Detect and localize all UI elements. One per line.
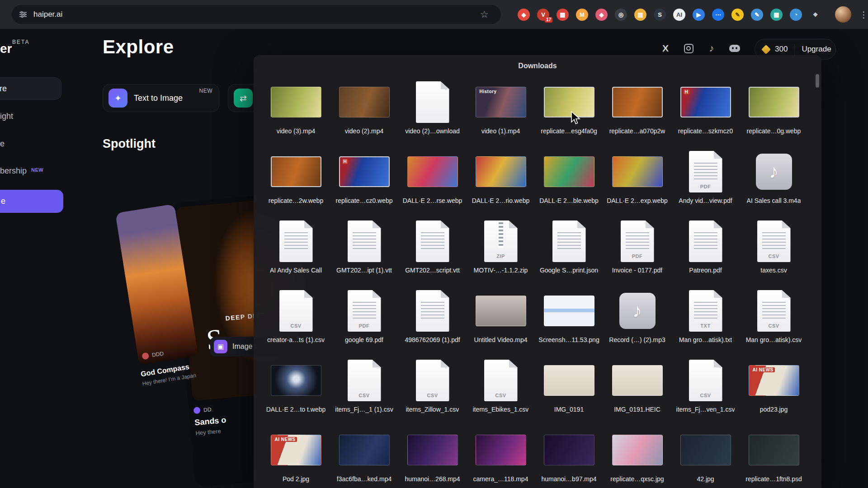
file-thumbnail bbox=[476, 435, 526, 465]
sidebar-item-explore[interactable]: re bbox=[0, 77, 61, 100]
dialog-scrollbar[interactable] bbox=[816, 74, 819, 88]
file-item[interactable]: replicate…0g.webp bbox=[740, 77, 808, 146]
file-item[interactable]: replicate…qxsc.jpg bbox=[603, 425, 671, 488]
file-item[interactable]: CSVitems_Zillow_1.csv bbox=[398, 355, 467, 425]
file-item[interactable]: 42.jpg bbox=[671, 425, 740, 488]
file-item[interactable]: CSVitems_Fj…ven_1.csv bbox=[671, 355, 740, 425]
extension-icon-13[interactable]: ✎ bbox=[751, 9, 763, 21]
file-item[interactable]: video (2).mp4 bbox=[330, 77, 398, 146]
instagram-icon[interactable] bbox=[683, 43, 694, 54]
extension-icon-1[interactable]: ◈ bbox=[518, 9, 530, 21]
file-item[interactable]: DALL·E 2…to t.webp bbox=[262, 355, 330, 425]
file-item[interactable]: AI NEWSPod 2.jpg bbox=[262, 425, 330, 488]
sidebar-create-button[interactable]: e bbox=[0, 190, 63, 213]
file-item[interactable]: Patreon.pdf bbox=[671, 216, 740, 286]
file-item[interactable]: replicate…esg4fa0g bbox=[535, 77, 603, 146]
file-item[interactable]: CSVMan gro…atisk).csv bbox=[740, 286, 808, 355]
file-thumbnail bbox=[271, 156, 321, 187]
file-item[interactable]: PDFInvoice - 0177.pdf bbox=[603, 216, 671, 286]
upgrade-button[interactable]: Upgrade bbox=[802, 45, 831, 54]
site-settings-icon[interactable] bbox=[19, 10, 27, 19]
image-feature-icon: ⇄ bbox=[234, 89, 253, 108]
divider bbox=[794, 44, 795, 55]
file-item[interactable]: IMG_0191 bbox=[535, 355, 603, 425]
music-note-icon: ♪ bbox=[632, 300, 642, 322]
file-item[interactable]: AI NEWSpod23.jpg bbox=[740, 355, 808, 425]
file-thumbnail bbox=[544, 87, 594, 117]
extension-icon-11[interactable]: ⋯ bbox=[712, 9, 724, 21]
file-item[interactable]: Hreplicate…szkmcz0 bbox=[671, 77, 740, 146]
extension-icon-2[interactable]: V17 bbox=[537, 9, 549, 21]
file-thumbnail: H bbox=[339, 156, 390, 187]
file-item[interactable]: ♪AI Sales call 3.m4a bbox=[740, 146, 808, 216]
sidebar-item-3[interactable]: e bbox=[0, 139, 5, 149]
sidebar-item-membership[interactable]: bershipNEW bbox=[0, 166, 43, 176]
bookmark-star-icon[interactable]: ☆ bbox=[480, 9, 489, 20]
file-item[interactable]: Screensh…11.53.png bbox=[535, 286, 603, 355]
file-item[interactable]: replicate…2w.webp bbox=[262, 146, 330, 216]
sidebar-item-spotlight[interactable]: ight bbox=[0, 112, 13, 121]
file-item[interactable]: Historyvideo (1).mp4 bbox=[467, 77, 535, 146]
file-item[interactable]: CSVitems_Fj…_1 (1).csv bbox=[330, 355, 398, 425]
extension-icon-7[interactable]: ▥ bbox=[634, 9, 646, 21]
file-item[interactable]: ZIPMOTIV-…-1.1.2.zip bbox=[467, 216, 535, 286]
extension-icon-12[interactable]: ✎ bbox=[731, 9, 744, 21]
file-item[interactable]: replicate…a070p2w bbox=[603, 77, 671, 146]
file-item[interactable]: PDFAndy vid…view.pdf bbox=[671, 146, 740, 216]
url-text: haiper.ai bbox=[33, 10, 62, 19]
extension-icon-8[interactable]: S bbox=[654, 9, 666, 21]
file-item[interactable]: CSVtaxes.csv bbox=[740, 216, 808, 286]
tiktok-icon[interactable]: ♪ bbox=[706, 43, 717, 54]
file-name: GMT202…script.vtt bbox=[405, 267, 460, 274]
file-type-badge: CSV bbox=[689, 393, 722, 398]
file-item[interactable]: video (2)…ownload bbox=[398, 77, 467, 146]
x-twitter-icon[interactable]: X bbox=[660, 43, 671, 54]
file-item[interactable]: GMT202…script.vtt bbox=[398, 216, 467, 286]
extension-icon-16[interactable]: ❖ bbox=[809, 9, 821, 21]
extension-icon-5[interactable]: ◆ bbox=[595, 9, 608, 21]
file-name: AI Sales call 3.m4a bbox=[747, 197, 801, 204]
discord-icon[interactable] bbox=[729, 43, 740, 54]
file-item[interactable]: 4986762069 (1).pdf bbox=[398, 286, 467, 355]
file-item[interactable]: video (3).mp4 bbox=[262, 77, 330, 146]
extension-icon-15[interactable]: ◔ bbox=[790, 9, 802, 21]
file-item[interactable]: replicate…1ftn8.psd bbox=[740, 425, 808, 488]
extension-icon-9[interactable]: AI bbox=[673, 9, 685, 21]
document-icon bbox=[416, 290, 449, 332]
file-item[interactable]: DALL·E 2…ble.webp bbox=[535, 146, 603, 216]
file-item[interactable]: DALL·E 2…exp.webp bbox=[603, 146, 671, 216]
file-item[interactable]: CSVcreator-a…ts (1).csv bbox=[262, 286, 330, 355]
file-type-badge: CSV bbox=[484, 393, 518, 398]
file-item[interactable]: CSVitems_Ebikes_1.csv bbox=[467, 355, 535, 425]
file-item[interactable]: humanoi…b97.mp4 bbox=[535, 425, 603, 488]
file-item[interactable]: camera_…118.mp4 bbox=[467, 425, 535, 488]
extension-icon-10[interactable]: ▶ bbox=[693, 9, 705, 21]
extension-icon-14[interactable]: ▦ bbox=[770, 9, 783, 21]
file-item[interactable]: DALL·E 2…rse.webp bbox=[398, 146, 467, 216]
file-name: DALL·E 2…to t.webp bbox=[266, 406, 326, 413]
file-item[interactable]: Untitled Video.mp4 bbox=[467, 286, 535, 355]
file-item[interactable]: IMG_0191.HEIC bbox=[603, 355, 671, 425]
extension-icon-6[interactable]: ◎ bbox=[615, 9, 627, 21]
file-type-badge: TXT bbox=[689, 323, 722, 328]
file-item[interactable]: DALL·E 2…rio.webp bbox=[467, 146, 535, 216]
file-item[interactable]: f3ac6fba…ked.mp4 bbox=[330, 425, 398, 488]
file-item[interactable]: Google S…print.json bbox=[535, 216, 603, 286]
mouse-cursor bbox=[571, 111, 581, 127]
document-icon: ZIP bbox=[484, 221, 518, 262]
file-item[interactable]: ♪Record (…) (2).mp3 bbox=[603, 286, 671, 355]
document-icon: PDF bbox=[689, 151, 722, 192]
browser-menu-kebab-icon[interactable]: ⋮ bbox=[859, 9, 868, 20]
file-item[interactable]: TXTMan gro…atisk).txt bbox=[671, 286, 740, 355]
text-to-image-button[interactable]: ✦ Text to Image NEW bbox=[103, 84, 219, 112]
file-item[interactable]: AI Andy Sales Call bbox=[262, 216, 330, 286]
file-item[interactable]: Hreplicate…cz0.webp bbox=[330, 146, 398, 216]
profile-avatar[interactable] bbox=[835, 6, 851, 23]
file-item[interactable]: PDFgoogle 69.pdf bbox=[330, 286, 398, 355]
file-item[interactable]: humanoi…268.mp4 bbox=[398, 425, 467, 488]
url-bar[interactable]: haiper.ai bbox=[12, 5, 501, 24]
extension-icon-4[interactable]: M bbox=[576, 9, 588, 21]
file-item[interactable]: GMT202…ipt (1).vtt bbox=[330, 216, 398, 286]
file-thumbnail: AI NEWS bbox=[271, 435, 321, 465]
extension-icon-3[interactable]: ▦ bbox=[557, 9, 569, 21]
